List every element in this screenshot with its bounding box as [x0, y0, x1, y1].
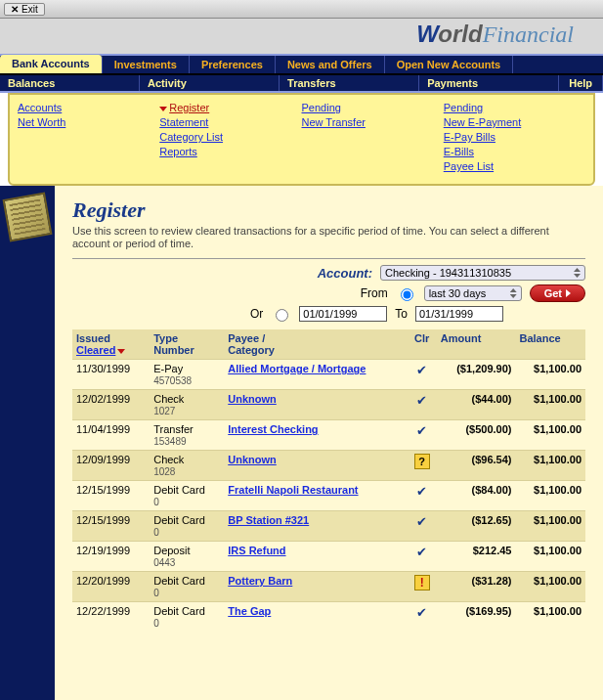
cell-type: E-Pay4570538 — [150, 360, 224, 390]
brand-logo: WorldFinancial — [416, 21, 574, 48]
exit-button[interactable]: ✕ Exit — [4, 3, 45, 16]
submenu-col-transfers: Pending New Transfer — [302, 101, 444, 174]
col-clr[interactable]: Clr — [408, 329, 437, 360]
payee-link[interactable]: Interest Checking — [228, 423, 318, 435]
cell-issued: 12/20/1999 — [72, 572, 150, 602]
date-from-input[interactable] — [299, 306, 387, 322]
cleared-check-icon: ✔ — [416, 605, 427, 620]
table-row: 12/02/1999Check1027Unknown✔($44.00)$1,10… — [72, 390, 585, 420]
col-type[interactable]: TypeNumber — [150, 329, 224, 360]
cell-payee: Pottery Barn — [224, 572, 407, 602]
tab-bank-accounts[interactable]: Bank Accounts — [0, 55, 103, 73]
cell-amount: ($500.00) — [437, 420, 516, 451]
cell-payee: IRS Refund — [224, 542, 407, 572]
cell-issued: 12/15/1999 — [72, 481, 150, 511]
left-sidebar — [0, 186, 55, 700]
link-accounts[interactable]: Accounts — [18, 101, 159, 115]
link-ebills[interactable]: E-Bills — [444, 145, 585, 159]
link-statement[interactable]: Statement — [159, 115, 301, 130]
cell-balance: $1,100.00 — [515, 420, 585, 451]
table-row: 12/19/1999Deposit0443IRS Refund✔$212.45$… — [72, 542, 585, 572]
subnav-payments[interactable]: Payments — [419, 75, 559, 91]
link-new-epayment[interactable]: New E-Payment — [444, 115, 585, 130]
cell-clr: ✔ — [408, 481, 437, 511]
cell-clr: ? — [408, 451, 437, 481]
link-reports[interactable]: Reports — [159, 145, 301, 159]
cell-issued: 12/15/1999 — [72, 511, 150, 542]
to-label: To — [395, 307, 408, 321]
link-new-transfer[interactable]: New Transfer — [302, 115, 444, 130]
cell-clr: ✔ — [408, 420, 437, 451]
from-range-radio[interactable] — [401, 288, 413, 301]
cell-clr: ✔ — [408, 360, 437, 390]
link-category-list[interactable]: Category List — [159, 130, 301, 145]
cell-payee: Allied Mortgage / Mortgage — [224, 360, 407, 390]
col-balance[interactable]: Balance — [515, 329, 585, 360]
register-table: IssuedCleared TypeNumber Payee /Category… — [72, 329, 585, 632]
submenu-col-balances: Accounts Net Worth — [18, 101, 159, 174]
cell-issued: 12/02/1999 — [72, 390, 150, 420]
link-register[interactable]: Register — [159, 101, 301, 115]
payee-link[interactable]: BP Station #321 — [228, 514, 309, 526]
register-book-icon — [3, 193, 53, 242]
table-row: 11/30/1999E-Pay4570538Allied Mortgage / … — [72, 360, 585, 390]
tab-investments[interactable]: Investments — [103, 56, 190, 73]
cleared-alert-icon: ! — [414, 575, 430, 591]
subnav-transfers[interactable]: Transfers — [280, 75, 419, 91]
tab-open-new-accounts[interactable]: Open New Accounts — [385, 56, 514, 73]
from-date-radio[interactable] — [276, 309, 288, 322]
link-payee-list[interactable]: Payee List — [444, 159, 585, 174]
payee-link[interactable]: IRS Refund — [228, 545, 285, 556]
cell-type: Debit Card0 — [150, 602, 224, 633]
cell-amount: $212.45 — [437, 542, 516, 572]
cell-balance: $1,100.00 — [515, 451, 585, 481]
tab-preferences[interactable]: Preferences — [190, 56, 276, 73]
payee-link[interactable]: Allied Mortgage / Mortgage — [228, 363, 366, 374]
cell-amount: ($1,209.90) — [437, 360, 516, 390]
window-titlebar: ✕ Exit — [0, 0, 603, 19]
payee-link[interactable]: Unknown — [228, 393, 277, 405]
subnav-activity[interactable]: Activity — [140, 75, 280, 91]
payee-link[interactable]: Fratelli Napoli Restaurant — [228, 484, 358, 496]
cell-balance: $1,100.00 — [515, 360, 585, 390]
exit-label: Exit — [22, 4, 38, 15]
cleared-check-icon: ✔ — [416, 514, 427, 529]
range-select[interactable]: last 30 days — [424, 285, 522, 301]
divider — [72, 258, 585, 259]
payee-link[interactable]: Pottery Barn — [228, 575, 292, 587]
payee-link[interactable]: Unknown — [228, 454, 277, 465]
link-epay-bills[interactable]: E-Pay Bills — [444, 130, 585, 145]
link-transfers-pending[interactable]: Pending — [302, 101, 444, 115]
col-issued[interactable]: IssuedCleared — [72, 329, 150, 360]
link-payments-pending[interactable]: Pending — [444, 101, 585, 115]
cell-type: Debit Card0 — [150, 481, 224, 511]
account-select[interactable]: Checking - 194311310835 — [380, 265, 585, 281]
cleared-check-icon: ✔ — [416, 393, 427, 408]
cell-payee: Unknown — [224, 390, 407, 420]
col-payee[interactable]: Payee /Category — [224, 329, 407, 360]
submenu-col-activity: Register Statement Category List Reports — [159, 101, 301, 174]
subnav-help[interactable]: Help — [559, 75, 603, 91]
subnav-balances[interactable]: Balances — [0, 75, 140, 91]
cell-amount: ($84.00) — [437, 481, 516, 511]
cell-balance: $1,100.00 — [515, 390, 585, 420]
cell-type: Debit Card0 — [150, 572, 224, 602]
link-net-worth[interactable]: Net Worth — [18, 115, 159, 130]
col-amount[interactable]: Amount — [437, 329, 516, 360]
cell-type: Check1027 — [150, 390, 224, 420]
get-button[interactable]: Get — [530, 284, 585, 302]
cell-clr: ! — [408, 572, 437, 602]
close-icon: ✕ — [11, 4, 19, 15]
cell-type: Check1028 — [150, 451, 224, 481]
tab-news-offers[interactable]: News and Offers — [276, 56, 385, 73]
submenu-panel: Accounts Net Worth Register Statement Ca… — [8, 93, 595, 186]
secondary-nav: Balances Activity Transfers Payments Hel… — [0, 75, 603, 93]
date-to-input[interactable] — [415, 306, 503, 322]
cell-type: Transfer153489 — [150, 420, 224, 451]
page-title: Register — [72, 197, 585, 223]
table-row: 11/04/1999Transfer153489Interest Checkin… — [72, 420, 585, 451]
cell-issued: 12/22/1999 — [72, 602, 150, 633]
cell-issued: 12/09/1999 — [72, 451, 150, 481]
payee-link[interactable]: The Gap — [228, 605, 271, 617]
header-banner: WorldFinancial — [0, 19, 603, 54]
